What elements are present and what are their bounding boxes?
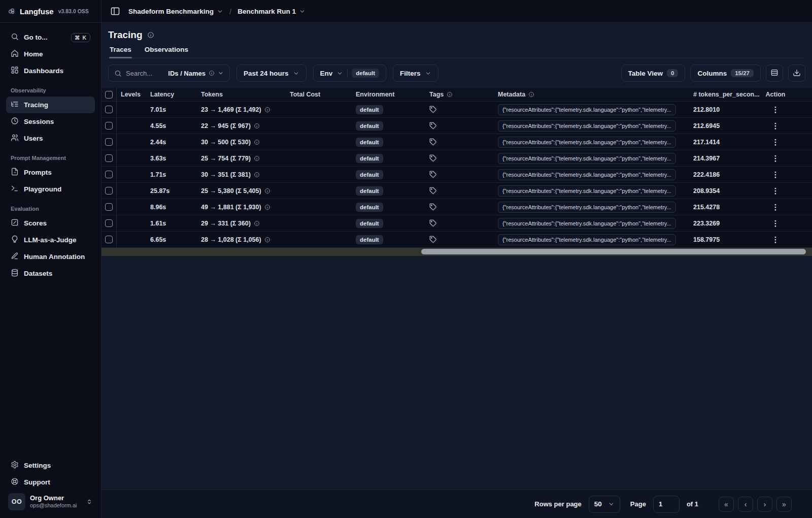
sidebar-item-sessions[interactable]: Sessions [6, 113, 95, 130]
info-icon[interactable] [264, 204, 270, 210]
select-all-checkbox[interactable] [105, 91, 113, 99]
row-actions-menu[interactable]: ⋮ [772, 138, 780, 146]
tag-icon[interactable] [429, 171, 437, 178]
table-row[interactable]: 3.63s 25 → 754 (Σ 779) default {"resourc… [101, 150, 812, 167]
info-icon[interactable] [254, 139, 260, 145]
metadata-chip[interactable]: {"resourceAttributes":{"telemetry.sdk.la… [498, 202, 676, 213]
tag-icon[interactable] [429, 187, 437, 195]
row-actions-menu[interactable]: ⋮ [772, 203, 780, 211]
header-tags[interactable]: Tags [425, 88, 494, 101]
first-page-button[interactable]: « [719, 497, 734, 512]
page-number-input[interactable] [653, 496, 680, 513]
last-page-button[interactable]: » [776, 497, 792, 512]
metadata-chip[interactable]: {"resourceAttributes":{"telemetry.sdk.la… [498, 185, 676, 197]
account-menu[interactable]: OO Org Owner ops@shadeform.ai [6, 491, 95, 513]
info-icon[interactable] [264, 107, 270, 113]
tab-traces[interactable]: Traces [109, 46, 132, 58]
info-icon[interactable] [264, 237, 270, 243]
sidebar-item-users[interactable]: Users [6, 130, 95, 147]
table-row[interactable]: 6.65s 28 → 1,028 (Σ 1,056) default {"res… [101, 232, 812, 248]
metadata-chip[interactable]: {"resourceAttributes":{"telemetry.sdk.la… [498, 218, 676, 229]
tag-icon[interactable] [429, 138, 437, 146]
search-mode-selector[interactable]: IDs / Names [168, 70, 224, 77]
metadata-chip[interactable]: {"resourceAttributes":{"telemetry.sdk.la… [498, 104, 676, 115]
next-page-button[interactable]: › [757, 497, 772, 512]
row-checkbox[interactable] [105, 171, 113, 178]
row-actions-menu[interactable]: ⋮ [772, 122, 780, 130]
header-tokens-per-second[interactable]: # tokens_per_secon... [689, 88, 763, 101]
table-row[interactable]: 4.55s 22 → 945 (Σ 967) default {"resourc… [101, 118, 812, 134]
sidebar-toggle-button[interactable] [108, 4, 122, 18]
breadcrumb-run[interactable]: Benchmark Run 1 [238, 8, 306, 15]
metadata-chip[interactable]: {"resourceAttributes":{"telemetry.sdk.la… [498, 169, 676, 180]
sidebar-item-scores[interactable]: Scores [6, 215, 95, 232]
row-actions-menu[interactable]: ⋮ [772, 219, 780, 227]
header-levels[interactable]: Levels [117, 88, 146, 101]
sidebar-item-dashboards[interactable]: Dashboards [6, 62, 95, 79]
row-actions-menu[interactable]: ⋮ [772, 171, 780, 178]
export-button[interactable] [788, 64, 805, 82]
table-row[interactable]: 8.96s 49 → 1,881 (Σ 1,930) default {"res… [101, 199, 812, 215]
previous-page-button[interactable]: ‹ [738, 497, 753, 512]
table-row[interactable]: 1.71s 30 → 351 (Σ 381) default {"resourc… [101, 167, 812, 183]
row-actions-menu[interactable]: ⋮ [772, 106, 780, 113]
sidebar-item-datasets[interactable]: Datasets [6, 265, 95, 282]
metadata-chip[interactable]: {"resourceAttributes":{"telemetry.sdk.la… [498, 153, 676, 164]
info-icon[interactable] [264, 188, 270, 194]
header-latency[interactable]: Latency [146, 88, 197, 101]
sidebar-item-prompts[interactable]: Prompts [6, 164, 95, 181]
time-range-button[interactable]: Past 24 hours [236, 64, 307, 82]
row-checkbox[interactable] [105, 187, 113, 195]
row-checkbox[interactable] [105, 219, 113, 227]
row-checkbox[interactable] [105, 138, 113, 146]
metadata-chip[interactable]: {"resourceAttributes":{"telemetry.sdk.la… [498, 234, 676, 245]
sidebar-item-goto[interactable]: Go to... ⌘ K [6, 29, 95, 46]
header-metadata[interactable]: Metadata [494, 88, 689, 101]
row-actions-menu[interactable]: ⋮ [772, 187, 780, 195]
info-icon[interactable] [147, 31, 154, 39]
horizontal-scrollbar[interactable] [101, 248, 812, 256]
row-checkbox[interactable] [105, 106, 113, 113]
row-checkbox[interactable] [105, 203, 113, 211]
sidebar-item-human-annotation[interactable]: Human Annotation [6, 248, 95, 265]
row-actions-menu[interactable]: ⋮ [772, 154, 780, 162]
search-box[interactable]: IDs / Names [108, 64, 230, 82]
scrollbar-thumb[interactable] [421, 249, 806, 254]
row-checkbox[interactable] [105, 122, 113, 130]
table-row[interactable]: 2.44s 30 → 500 (Σ 530) default {"resourc… [101, 134, 812, 150]
row-checkbox[interactable] [105, 154, 113, 162]
table-row[interactable]: 7.01s 23 → 1,469 (Σ 1,492) default {"res… [101, 102, 812, 118]
sidebar-item-home[interactable]: Home [6, 46, 95, 62]
header-environment[interactable]: Environment [352, 88, 425, 101]
filters-button[interactable]: Filters [393, 64, 438, 82]
metadata-chip[interactable]: {"resourceAttributes":{"telemetry.sdk.la… [498, 120, 676, 132]
env-filter-button[interactable]: Env default [313, 64, 386, 82]
search-input[interactable] [126, 70, 161, 77]
info-icon[interactable] [254, 155, 260, 161]
sidebar-item-tracing[interactable]: Tracing [6, 96, 95, 113]
columns-button[interactable]: Columns 15/27 [690, 64, 761, 82]
sidebar-item-settings[interactable]: Settings [6, 457, 95, 474]
sidebar-item-playground[interactable]: Playground [6, 181, 95, 198]
sidebar-item-support[interactable]: Support [6, 474, 95, 491]
row-height-button[interactable] [766, 64, 783, 82]
tag-icon[interactable] [429, 236, 437, 243]
row-checkbox[interactable] [105, 236, 113, 243]
tab-observations[interactable]: Observations [144, 46, 189, 58]
row-actions-menu[interactable]: ⋮ [772, 236, 780, 243]
rows-per-page-select[interactable]: 50 [589, 496, 620, 513]
info-icon[interactable] [254, 172, 260, 178]
tag-icon[interactable] [429, 203, 437, 211]
table-row[interactable]: 1.61s 29 → 331 (Σ 360) default {"resourc… [101, 215, 812, 232]
info-icon[interactable] [254, 220, 260, 226]
tag-icon[interactable] [429, 154, 437, 162]
header-total-cost[interactable]: Total Cost [286, 88, 352, 101]
tag-icon[interactable] [429, 106, 437, 113]
tag-icon[interactable] [429, 219, 437, 227]
tag-icon[interactable] [429, 122, 437, 130]
info-icon[interactable] [254, 123, 260, 129]
table-row[interactable]: 25.87s 25 → 5,380 (Σ 5,405) default {"re… [101, 183, 812, 199]
breadcrumb-project[interactable]: Shadeform Benchmarking [128, 8, 223, 15]
metadata-chip[interactable]: {"resourceAttributes":{"telemetry.sdk.la… [498, 137, 676, 148]
table-view-button[interactable]: Table View 0 [621, 64, 686, 82]
